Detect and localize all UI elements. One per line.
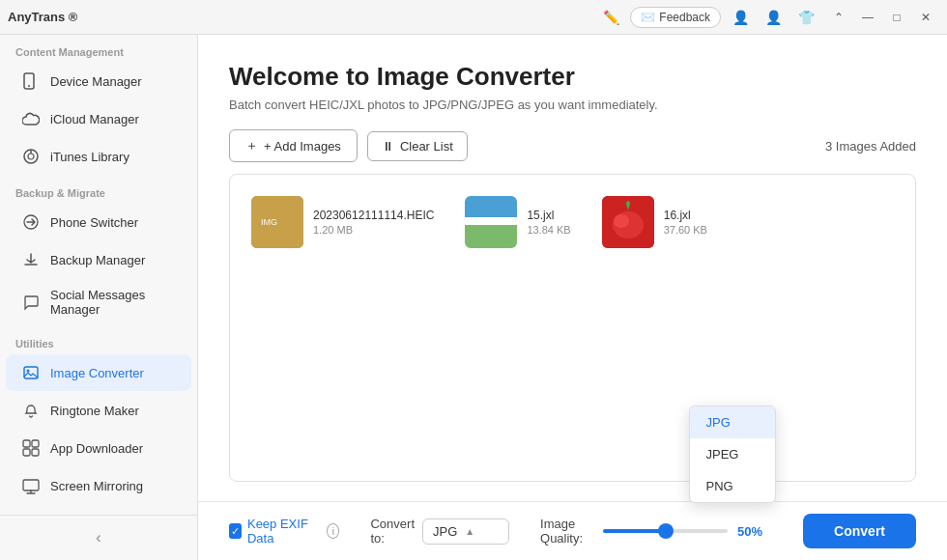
section-label-utilities: Utilities (0, 326, 197, 353)
phone-switcher-icon (21, 212, 41, 232)
format-option-jpeg[interactable]: JPEG (690, 438, 775, 470)
format-dropdown[interactable]: JPG ▲ (422, 518, 509, 545)
sidebar-item-device-manager[interactable]: Device Manager (6, 63, 191, 99)
keep-exif-section: ✓ Keep EXIF Data i (229, 517, 339, 546)
edit-icon[interactable]: ✏️ (597, 4, 624, 31)
convert-to-section: Convert to: JPG ▲ JPG JPEG PNG (370, 517, 509, 546)
sidebar-item-itunes-library[interactable]: iTunes Library (6, 138, 191, 175)
feedback-button[interactable]: ✉️ Feedback (630, 7, 721, 28)
screen-mirroring-icon (21, 476, 41, 495)
content-area: Welcome to Image Converter Batch convert… (198, 35, 947, 560)
toolbar-left: ＋ + Add Images ⏸ Clear List (229, 129, 468, 162)
feedback-label: Feedback (659, 11, 710, 24)
info-icon[interactable]: i (327, 523, 339, 539)
add-images-button[interactable]: ＋ + Add Images (229, 129, 358, 162)
convert-to-label: Convert to: (370, 517, 415, 546)
image-info: 16.jxl 37.60 KB (664, 209, 707, 236)
list-item: IMG 20230612111114.HEIC 1.20 MB (245, 190, 440, 254)
window-controls: ⌃ — □ ✕ (825, 4, 939, 31)
device-manager-icon (21, 71, 41, 91)
close-button[interactable]: ✕ (912, 4, 939, 31)
clear-list-label: Clear List (400, 139, 453, 154)
svg-rect-13 (251, 196, 303, 248)
page-subtitle: Batch convert HEIC/JXL photos to JPG/PNG… (229, 98, 916, 112)
image-size: 1.20 MB (313, 224, 434, 236)
profile-icon[interactable]: 👤 (727, 4, 754, 31)
plus-icon: ＋ (245, 137, 258, 154)
svg-point-3 (28, 154, 34, 159)
svg-text:IMG: IMG (261, 217, 277, 227)
svg-rect-9 (32, 440, 39, 447)
app-downloader-icon (21, 438, 41, 458)
sidebar-item-phone-switcher[interactable]: Phone Switcher (6, 204, 191, 240)
convert-button[interactable]: Convert (803, 514, 916, 548)
app-name: AnyTrans ® (8, 10, 77, 24)
sidebar-item-app-downloader[interactable]: App Downloader (6, 430, 191, 466)
add-images-label: + Add Images (264, 139, 341, 154)
bottom-bar: ✓ Keep EXIF Data i Convert to: JPG ▲ JPG… (198, 501, 947, 560)
image-name: 20230612111114.HEIC (313, 209, 434, 222)
sidebar-item-backup-manager[interactable]: Backup Manager (6, 241, 191, 278)
content-inner: Welcome to Image Converter Batch convert… (198, 35, 947, 501)
sidebar: Content Management Device Manager iCloud… (0, 35, 198, 560)
user-icon[interactable]: 👤 (760, 4, 787, 31)
sidebar-item-image-converter[interactable]: Image Converter (6, 354, 191, 391)
image-items-row: IMG 20230612111114.HEIC 1.20 MB (245, 190, 900, 254)
sidebar-item-label: Social Messages Manager (50, 288, 176, 317)
ringtone-icon (21, 401, 41, 420)
sidebar-item-label: Backup Manager (50, 253, 145, 267)
quality-section: Image Quality: 50% (540, 517, 772, 546)
sidebar-item-ringtone-maker[interactable]: Ringtone Maker (6, 392, 191, 429)
format-option-png[interactable]: PNG (690, 470, 775, 502)
quality-slider[interactable] (603, 529, 728, 533)
svg-rect-6 (24, 367, 38, 378)
image-list-area: IMG 20230612111114.HEIC 1.20 MB (229, 174, 916, 482)
icloud-icon (21, 109, 41, 128)
sidebar-item-label: Screen Mirroring (50, 479, 143, 493)
minimize-button[interactable]: — (854, 4, 881, 31)
sidebar-item-icloud-manager[interactable]: iCloud Manager (6, 100, 191, 137)
title-bar-left: AnyTrans ® (8, 10, 77, 24)
list-item: 16.jxl 37.60 KB (596, 190, 713, 254)
svg-rect-11 (32, 449, 39, 456)
sidebar-item-social-messages[interactable]: Social Messages Manager (6, 279, 191, 325)
backup-icon (21, 250, 41, 269)
sidebar-section-backup: Backup & Migrate Phone Switcher Backup M… (0, 176, 197, 326)
section-label-backup: Backup & Migrate (0, 176, 197, 203)
sidebar-item-label: Ringtone Maker (50, 404, 139, 418)
image-name: 15.jxl (527, 209, 570, 222)
image-thumbnail (602, 196, 654, 248)
image-info: 20230612111114.HEIC 1.20 MB (313, 209, 434, 236)
svg-point-1 (28, 85, 30, 87)
sidebar-bottom: ‹ (0, 515, 197, 560)
sidebar-item-screen-mirroring[interactable]: Screen Mirroring (6, 467, 191, 504)
shirt-icon[interactable]: 👕 (792, 4, 819, 31)
keep-exif-checkbox[interactable]: ✓ (229, 523, 242, 539)
sidebar-item-label: Device Manager (50, 74, 142, 89)
sidebar-item-label: Image Converter (50, 366, 144, 380)
chevron-up-icon: ▲ (465, 526, 474, 537)
sidebar-section-content-management: Content Management Device Manager iCloud… (0, 35, 197, 176)
section-label-content-management: Content Management (0, 35, 197, 62)
social-messages-icon (21, 293, 41, 312)
image-thumbnail (465, 196, 517, 248)
image-size: 13.84 KB (527, 224, 570, 236)
format-option-jpg[interactable]: JPG (690, 406, 775, 438)
list-item: 15.jxl 13.84 KB (459, 190, 576, 254)
quality-percent: 50% (737, 524, 772, 539)
expand-button[interactable]: ⌃ (825, 4, 852, 31)
toolbar: ＋ + Add Images ⏸ Clear List 3 Images Add… (229, 129, 916, 162)
selected-format: JPG (433, 524, 457, 539)
svg-rect-10 (23, 449, 30, 456)
image-info: 15.jxl 13.84 KB (527, 209, 570, 236)
keep-exif-label: Keep EXIF Data (247, 517, 321, 546)
sidebar-collapse-button[interactable]: ‹ (10, 523, 187, 552)
maximize-button[interactable]: □ (883, 4, 910, 31)
sidebar-section-utilities: Utilities Image Converter Ringtone Maker… (0, 326, 197, 505)
svg-point-7 (27, 370, 30, 373)
clear-list-button[interactable]: ⏸ Clear List (367, 131, 468, 161)
image-thumbnail: IMG (251, 196, 303, 248)
title-bar: AnyTrans ® ✏️ ✉️ Feedback 👤 👤 👕 ⌃ — □ ✕ (0, 0, 947, 35)
sidebar-item-label: Phone Switcher (50, 215, 138, 230)
images-added-count: 3 Images Added (825, 139, 916, 154)
